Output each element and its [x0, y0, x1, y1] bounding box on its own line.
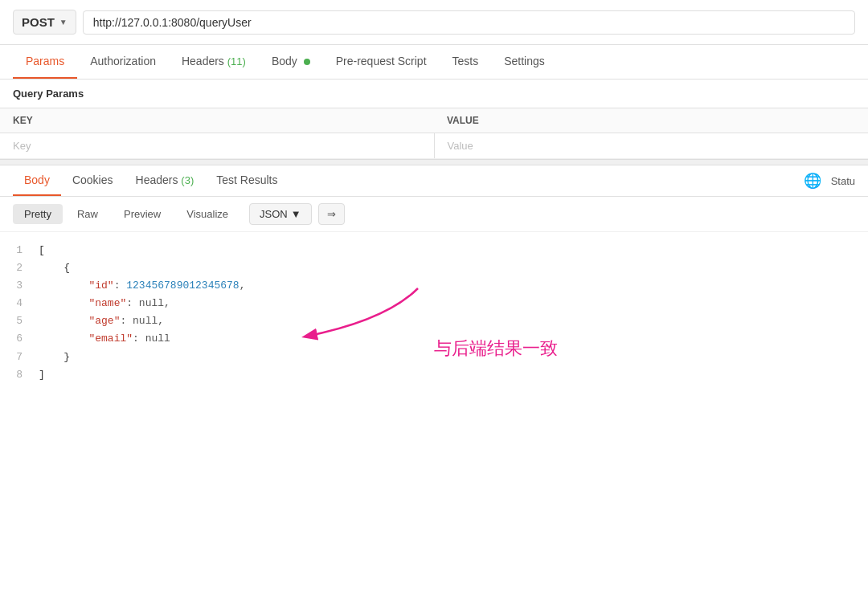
json-line-5: "age": null, — [39, 312, 862, 330]
tab-body[interactable]: Body — [259, 45, 323, 79]
annotation-text: 与后端结果一致 — [434, 337, 558, 361]
json-format-select[interactable]: JSON ▼ — [249, 203, 312, 225]
json-response-area: 1 2 3 4 5 6 7 8 [ { "id": 12345678901234… — [0, 232, 868, 457]
query-params-table: KEY VALUE Key Value — [0, 108, 868, 159]
tab-pre-request[interactable]: Pre-request Script — [323, 45, 440, 79]
raw-button[interactable]: Raw — [66, 204, 109, 224]
key-cell[interactable]: Key — [0, 133, 434, 159]
json-line-4: "name": null, — [39, 295, 862, 312]
response-tab-headers[interactable]: Headers (3) — [125, 165, 206, 196]
url-input[interactable] — [83, 10, 855, 35]
method-label: POST — [22, 15, 55, 29]
wrap-icon: ⇒ — [327, 208, 336, 220]
globe-icon[interactable]: 🌐 — [804, 172, 821, 190]
tab-headers[interactable]: Headers (11) — [169, 45, 259, 79]
value-cell[interactable]: Value — [434, 133, 868, 159]
tab-authorization[interactable]: Authorization — [77, 45, 169, 79]
tab-tests[interactable]: Tests — [440, 45, 492, 79]
response-tab-body[interactable]: Body — [13, 165, 61, 196]
value-column-header: VALUE — [434, 108, 868, 133]
tab-settings[interactable]: Settings — [491, 45, 558, 79]
body-dot — [304, 59, 310, 65]
json-line-1: [ — [39, 242, 862, 259]
json-line-8: ] — [39, 366, 862, 384]
query-params-header: Query Params — [0, 80, 868, 108]
response-tab-right: 🌐 Statu — [804, 172, 855, 190]
section-divider — [0, 159, 868, 165]
format-bar: Pretty Raw Preview Visualize JSON ▼ ⇒ — [0, 197, 868, 232]
visualize-button[interactable]: Visualize — [175, 204, 240, 224]
url-bar: POST ▼ — [0, 0, 868, 45]
response-tab-cookies[interactable]: Cookies — [61, 165, 125, 196]
method-select[interactable]: POST ▼ — [13, 10, 76, 35]
request-tabs: Params Authorization Headers (11) Body P… — [0, 45, 868, 80]
status-text: Statu — [831, 175, 855, 187]
response-tab-test-results[interactable]: Test Results — [205, 165, 289, 196]
tab-params[interactable]: Params — [13, 45, 77, 79]
wrap-button[interactable]: ⇒ — [318, 203, 345, 225]
preview-button[interactable]: Preview — [113, 204, 172, 224]
json-line-3: "id": 123456789012345678, — [39, 277, 862, 295]
response-tabs: Body Cookies Headers (3) Test Results 🌐 … — [0, 165, 868, 197]
method-chevron: ▼ — [59, 18, 68, 27]
line-numbers: 1 2 3 4 5 6 7 8 — [0, 242, 32, 447]
pretty-button[interactable]: Pretty — [13, 204, 63, 224]
key-column-header: KEY — [0, 108, 434, 133]
table-row: Key Value — [0, 133, 868, 159]
json-line-2: { — [39, 259, 862, 277]
